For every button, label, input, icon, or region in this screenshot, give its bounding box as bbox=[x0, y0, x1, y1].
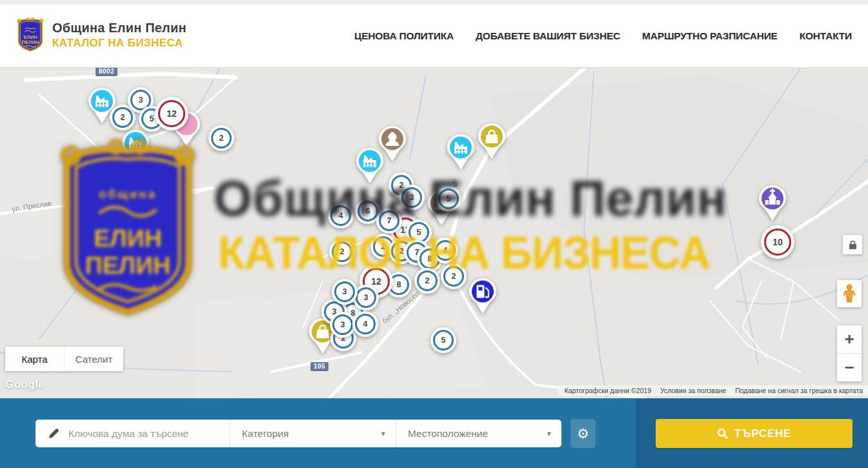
map-type-satellite-button[interactable]: Сателит bbox=[64, 347, 123, 371]
map-cluster-marker[interactable]: 7 bbox=[376, 208, 402, 234]
zoom-in-button[interactable]: + bbox=[837, 325, 862, 354]
search-fields: Категория ▾ Местоположение ▾ bbox=[35, 420, 561, 447]
category-select-value: Категория bbox=[242, 428, 288, 440]
main-nav: ЦЕНОВА ПОЛИТИКА ДОБАВЕТЕ ВАШИЯТ БИЗНЕС М… bbox=[354, 5, 852, 68]
google-logo[interactable]: Google bbox=[5, 378, 45, 391]
map-type-map-button[interactable]: Карта bbox=[5, 347, 64, 371]
map-cluster-marker[interactable]: 4 bbox=[328, 203, 354, 229]
keyword-field bbox=[35, 420, 230, 447]
map-cluster-marker[interactable]: 4 bbox=[432, 238, 458, 263]
gear-icon: ⚙ bbox=[577, 426, 589, 442]
map-cluster-marker[interactable]: 3 bbox=[330, 312, 356, 338]
site-title: Община Елин Пелин bbox=[52, 21, 187, 36]
map-type-control: Карта Сателит bbox=[5, 347, 123, 371]
attribution-report-link[interactable]: Подаване на сигнал за грешка в картата bbox=[735, 387, 863, 394]
attribution-copyright: Картографски данни ©2019 bbox=[565, 387, 651, 394]
attribution-terms-link[interactable]: Условия за ползване bbox=[660, 387, 726, 394]
header: община ЕЛИН ПЕЛИН Община Елин Пелин КАТА… bbox=[0, 5, 868, 68]
lock-button[interactable] bbox=[843, 235, 862, 254]
search-icon bbox=[717, 428, 728, 439]
map-cluster-marker[interactable]: 4 bbox=[352, 311, 378, 337]
map-category-pin-church[interactable] bbox=[758, 185, 787, 224]
nav-item-contacts[interactable]: КОНТАКТИ bbox=[800, 30, 852, 42]
search-input[interactable] bbox=[68, 428, 223, 440]
municipality-shield-icon: община ЕЛИН ПЕЛИН bbox=[16, 16, 45, 54]
map-cluster-marker[interactable]: 2 bbox=[441, 263, 467, 289]
map-category-pin-factory[interactable] bbox=[446, 134, 476, 173]
page: община ЕЛИН ПЕЛИН Община Елин Пелин КАТА… bbox=[0, 0, 868, 468]
google-map[interactable]: 2351222351364752227848122282333345108002… bbox=[0, 68, 868, 398]
pegman-icon bbox=[842, 284, 856, 303]
map-cluster-marker[interactable]: 5 bbox=[430, 327, 456, 353]
zoom-out-button[interactable]: − bbox=[837, 354, 862, 382]
location-select-value: Местоположение bbox=[408, 428, 488, 440]
map-category-pin-factory[interactable] bbox=[355, 147, 385, 187]
advanced-search-button[interactable]: ⚙ bbox=[570, 419, 596, 448]
chevron-down-icon: ▾ bbox=[547, 429, 551, 438]
category-select[interactable]: Категория ▾ bbox=[230, 420, 396, 447]
map-cluster-marker[interactable]: 2 bbox=[329, 239, 355, 265]
map-cluster-marker[interactable]: 10 bbox=[761, 225, 794, 259]
nav-item-add-business[interactable]: ДОБАВЕТЕ ВАШИЯТ БИЗНЕС bbox=[476, 30, 620, 42]
svg-text:ПЕЛИН: ПЕЛИН bbox=[22, 39, 39, 45]
map-cluster-marker[interactable]: 3 bbox=[399, 185, 425, 210]
map-cluster-marker[interactable]: 2 bbox=[208, 125, 234, 151]
location-select[interactable]: Местоположение ▾ bbox=[396, 420, 561, 447]
search-bar: Категория ▾ Местоположение ▾ ⚙ ТЪРСЕНЕ bbox=[0, 398, 868, 468]
map-cluster-marker[interactable]: 3 bbox=[332, 279, 358, 305]
street-view-pegman-button[interactable] bbox=[837, 280, 862, 307]
search-button[interactable]: ТЪРСЕНЕ bbox=[656, 419, 853, 448]
nav-item-pricing[interactable]: ЦЕНОВА ПОЛИТИКА bbox=[354, 30, 454, 42]
nav-item-route-schedule[interactable]: МАРШРУТНО РАЗПИСАНИЕ bbox=[642, 30, 778, 42]
svg-text:ЕЛИН: ЕЛИН bbox=[23, 34, 37, 40]
zoom-control: + − bbox=[837, 325, 862, 382]
map-cluster-marker[interactable]: 2 bbox=[414, 268, 440, 294]
map-cluster-marker[interactable]: 5 bbox=[436, 186, 461, 212]
site-logo[interactable]: община ЕЛИН ПЕЛИН Община Елин Пелин КАТА… bbox=[16, 16, 187, 54]
pencil-icon bbox=[48, 428, 59, 439]
chevron-down-icon: ▾ bbox=[381, 429, 385, 438]
svg-text:община: община bbox=[25, 27, 36, 30]
page-top-strip bbox=[0, 0, 868, 5]
map-category-pin-fuel[interactable] bbox=[468, 278, 498, 317]
map-category-pin-shopping-bag[interactable] bbox=[477, 123, 507, 162]
map-attribution: Картографски данни ©2019 Условия за полз… bbox=[558, 385, 868, 396]
map-category-pin-factory[interactable] bbox=[121, 129, 150, 168]
lock-icon bbox=[849, 240, 857, 250]
site-subtitle: КАТАЛОГ НА БИЗНЕСА bbox=[52, 37, 187, 50]
map-cluster-marker[interactable]: 12 bbox=[155, 97, 188, 130]
